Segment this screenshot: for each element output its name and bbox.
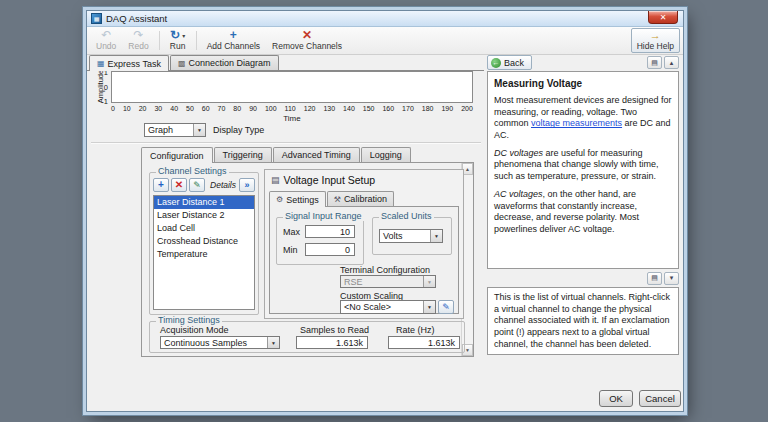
min-input[interactable]: 0 bbox=[305, 243, 355, 256]
tab-triggering[interactable]: Triggering bbox=[214, 147, 272, 162]
undo-button[interactable]: ↶ Undo bbox=[90, 28, 122, 53]
back-button[interactable]: ← Back bbox=[487, 55, 532, 70]
connection-diagram-label: Connection Diagram bbox=[188, 58, 270, 68]
add-channels-button[interactable]: + Add Channels bbox=[201, 28, 266, 53]
main-tab-strip: ▦ Express Task ▩ Connection Diagram bbox=[89, 55, 279, 70]
remove-channels-button[interactable]: ✕ Remove Channels bbox=[266, 28, 348, 53]
horizontal-divider bbox=[91, 142, 481, 143]
edit-channel-icon: ✎ bbox=[193, 180, 201, 190]
redo-icon: ↷ bbox=[133, 30, 143, 41]
edit-channel-button[interactable]: ✎ bbox=[189, 178, 205, 192]
add-channel-button[interactable]: + bbox=[153, 178, 169, 192]
run-dropdown-icon[interactable]: ▾ bbox=[182, 32, 185, 39]
display-type-dropdown[interactable]: Graph ▼ bbox=[144, 123, 206, 137]
add-channels-label: Add Channels bbox=[207, 41, 260, 51]
scaled-units-group: Scaled Units Volts ▼ bbox=[372, 217, 452, 255]
tab-logging[interactable]: Logging bbox=[361, 147, 411, 162]
configuration-page: ▲ ▼ Channel Settings + ✕ ✎ Details » bbox=[141, 162, 474, 357]
collapse-down-icon: ▾ bbox=[670, 274, 674, 282]
scaled-units-dropdown[interactable]: Volts ▼ bbox=[379, 229, 443, 243]
x-tick: 150 bbox=[363, 105, 375, 112]
hide-help-label: Hide Help bbox=[637, 41, 674, 51]
x-tick: 30 bbox=[154, 105, 162, 112]
channel-list-item[interactable]: Temperature bbox=[154, 248, 254, 261]
context-help-header: ▤ ▾ bbox=[487, 271, 679, 285]
channel-list: Laser Distance 1 Laser Distance 2 Load C… bbox=[153, 195, 255, 310]
app-icon: ▦ bbox=[91, 13, 102, 24]
back-arrow-icon: ← bbox=[491, 58, 501, 68]
acquisition-mode-label: Acquisition Mode bbox=[160, 325, 229, 335]
collapse-help-button[interactable]: ▴ bbox=[664, 56, 679, 69]
help-paragraph: AC voltages, on the other hand, are wave… bbox=[494, 189, 672, 236]
help-paragraph: Most measurement devices are designed fo… bbox=[494, 95, 672, 142]
signal-input-range-label: Signal Input Range bbox=[283, 211, 364, 221]
chevron-down-icon[interactable]: ▼ bbox=[267, 337, 279, 348]
channel-settings-group: Channel Settings + ✕ ✎ Details » Laser D… bbox=[149, 172, 259, 315]
chevron-down-icon[interactable]: ▼ bbox=[430, 230, 442, 242]
max-input[interactable]: 10 bbox=[305, 225, 355, 238]
details-expand-button[interactable]: » bbox=[239, 178, 255, 192]
scaled-units-value: Volts bbox=[380, 230, 430, 242]
channel-list-item[interactable]: Laser Distance 2 bbox=[154, 209, 254, 222]
waveform-graph-plot bbox=[111, 71, 473, 103]
x-axis-label: Time bbox=[111, 114, 473, 123]
remove-channels-label: Remove Channels bbox=[272, 41, 342, 51]
x-tick: 90 bbox=[249, 105, 257, 112]
terminal-configuration-label: Terminal Configuration bbox=[340, 265, 430, 275]
tab-advanced-timing[interactable]: Advanced Timing bbox=[273, 147, 360, 162]
channel-list-item[interactable]: Laser Distance 1 bbox=[154, 196, 254, 209]
help-splitter[interactable] bbox=[483, 55, 486, 355]
x-tick: 120 bbox=[304, 105, 316, 112]
max-label: Max bbox=[283, 227, 300, 237]
collapse-up-icon: ▴ bbox=[670, 59, 674, 67]
terminal-configuration-dropdown[interactable]: RSE ▼ bbox=[340, 275, 436, 288]
cancel-button[interactable]: Cancel bbox=[639, 390, 681, 407]
run-button[interactable]: ↻ ▾ Run bbox=[164, 28, 192, 53]
voltage-setup-title: Voltage Input Setup bbox=[284, 174, 376, 186]
y-axis-ticks: 1 0 -1 bbox=[95, 68, 108, 106]
x-tick: 160 bbox=[382, 105, 394, 112]
tab-settings[interactable]: ⚙ Settings bbox=[269, 191, 326, 207]
run-label: Run bbox=[170, 41, 186, 51]
redo-button[interactable]: ↷ Redo bbox=[122, 28, 154, 53]
voltage-setup-icon: ▤ bbox=[271, 175, 280, 185]
custom-scaling-edit-button[interactable]: ✎ bbox=[438, 300, 454, 314]
tab-express-task[interactable]: ▦ Express Task bbox=[89, 55, 169, 71]
timing-settings-group: Timing Settings Acquisition Mode Continu… bbox=[149, 321, 465, 353]
remove-channels-icon: ✕ bbox=[302, 30, 312, 41]
rate-input[interactable]: 1.613k bbox=[388, 336, 460, 349]
tab-calibration[interactable]: ⚒ Calibration bbox=[327, 191, 394, 206]
terminal-configuration-value: RSE bbox=[341, 276, 423, 287]
help-page-button[interactable]: ▤ bbox=[647, 272, 662, 285]
help-header: ← Back ▤ ▴ bbox=[487, 55, 679, 70]
samples-to-read-input[interactable]: 1.613k bbox=[296, 336, 368, 349]
hide-help-button[interactable]: → Hide Help bbox=[631, 28, 680, 53]
custom-scaling-dropdown[interactable]: <No Scale> ▼ bbox=[340, 300, 436, 314]
signal-input-range-group: Signal Input Range Max 10 Min 0 bbox=[276, 217, 364, 265]
voltage-measurements-link[interactable]: voltage measurements bbox=[531, 118, 622, 128]
chevron-down-icon[interactable]: ▼ bbox=[193, 124, 205, 136]
hide-help-icon: → bbox=[650, 30, 661, 41]
settings-tab-icon: ⚙ bbox=[276, 195, 283, 204]
x-tick: 100 bbox=[265, 105, 277, 112]
ok-button[interactable]: OK bbox=[599, 390, 633, 407]
tab-connection-diagram[interactable]: ▩ Connection Diagram bbox=[170, 55, 279, 70]
add-channels-icon: + bbox=[230, 30, 237, 41]
titlebar[interactable]: ▦ DAQ Assistant bbox=[87, 11, 683, 27]
y-tick: 0 bbox=[104, 83, 108, 92]
close-button[interactable]: ✕ bbox=[648, 11, 678, 24]
channel-list-item[interactable]: Crosshead Distance bbox=[154, 235, 254, 248]
help-text-italic: AC voltages bbox=[494, 189, 543, 199]
x-tick: 10 bbox=[123, 105, 131, 112]
voltage-input-setup-panel: ▤ Voltage Input Setup ⚙ Settings ⚒ Calib… bbox=[264, 169, 464, 319]
x-tick: 190 bbox=[441, 105, 453, 112]
collapse-context-help-button[interactable]: ▾ bbox=[664, 272, 679, 285]
channel-list-item[interactable]: Load Cell bbox=[154, 222, 254, 235]
chevron-down-icon[interactable]: ▼ bbox=[423, 301, 435, 313]
x-tick: 110 bbox=[285, 105, 296, 112]
acquisition-mode-dropdown[interactable]: Continuous Samples ▼ bbox=[160, 336, 280, 349]
help-paragraph: DC voltages are useful for measuring phe… bbox=[494, 148, 672, 183]
help-page-button[interactable]: ▤ bbox=[647, 56, 662, 69]
remove-channel-button[interactable]: ✕ bbox=[171, 178, 187, 192]
tab-configuration[interactable]: Configuration bbox=[141, 147, 213, 163]
